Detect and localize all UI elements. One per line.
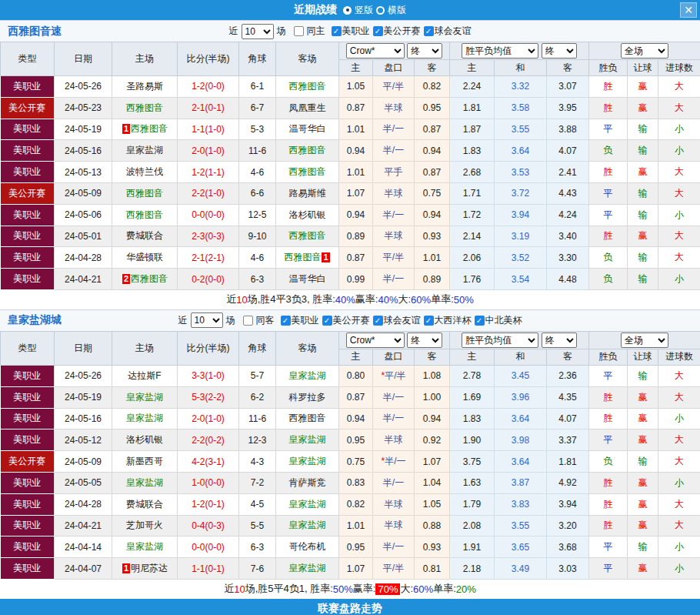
avg-away-cell: 4.48 xyxy=(547,269,589,290)
score-cell: 0-4(0-3) xyxy=(178,515,239,536)
type-cell: 美职业 xyxy=(1,365,55,386)
competition-filter-item: 美公开赛 xyxy=(373,25,421,38)
asian-result-cell: 赢 xyxy=(628,97,658,119)
avg-odds-header: 胜平负均值 终 xyxy=(450,42,589,60)
handicap-cell: *平/半 xyxy=(373,365,415,386)
away-team-cell: 皇家盐湖 xyxy=(276,365,339,386)
avg-time-select[interactable]: 终 xyxy=(542,43,577,58)
date-cell: 24-05-06 xyxy=(55,204,112,226)
table-row: 美公开赛24-05-09西雅图音2-2(1-0)6-6路易斯维1.07半球0.7… xyxy=(1,182,700,204)
match-count-select[interactable]: 10 xyxy=(191,313,223,328)
table-row: 美职业24-05-06西雅图音0-0(0-0)12-5洛杉矶银0.94半/一0.… xyxy=(1,204,700,226)
odds-home-cell: 0.87 xyxy=(339,97,373,119)
score-cell: 1-1(1-0) xyxy=(178,119,239,140)
asian-result-cell: 赢 xyxy=(628,429,658,451)
fulltime-select[interactable]: 全场 xyxy=(621,43,668,58)
competition-checkbox[interactable] xyxy=(475,316,485,326)
team-label: 西雅图音 xyxy=(131,123,168,134)
competition-checkbox[interactable] xyxy=(322,316,332,326)
handicap-cell: 平/半 xyxy=(373,558,415,580)
odds-home-cell: 1.01 xyxy=(339,162,373,183)
summary-segment: 50% xyxy=(454,294,474,306)
same-venue-checkbox[interactable] xyxy=(243,316,253,326)
avg-home-cell: 2.08 xyxy=(450,515,495,536)
home-team-cell: 皇家盐湖 xyxy=(112,472,178,493)
away-team-cell: 西雅图音 xyxy=(276,408,339,429)
goals-result-cell: 小 xyxy=(658,472,700,493)
avg-away-cell: 4.35 xyxy=(547,386,589,408)
competition-filter-item: 美职业 xyxy=(281,314,319,327)
odds-time-select[interactable]: 终 xyxy=(407,333,442,348)
summary-segment: 近 xyxy=(226,292,236,306)
goals-result-cell: 小 xyxy=(658,408,700,429)
team-label: 皇家盐湖 xyxy=(126,392,163,403)
result-cell: 胜 xyxy=(589,226,628,247)
horizontal-radio[interactable] xyxy=(376,6,385,15)
score-cell: 2-1(2-1) xyxy=(178,247,239,269)
handicap-cell: 半/一 xyxy=(373,204,415,226)
away-team-cell: 西雅图音 xyxy=(276,162,339,183)
sub-col-avg-home: 主 xyxy=(450,60,495,76)
section-header: 皇家盐湖城 近 10 场 同客 美职业美公开赛球会友谊大西洋杯中北美杯 xyxy=(0,309,700,331)
avg-odds-select[interactable]: 胜平负均值 xyxy=(462,333,538,348)
odds-away-cell: 1.04 xyxy=(415,472,450,493)
result-cell: 平 xyxy=(589,182,628,204)
goals-result-cell: 大 xyxy=(658,365,700,386)
odds-company-select[interactable]: Crow* xyxy=(346,43,405,58)
away-team-cell: 皇家盐湖 xyxy=(276,493,339,515)
competition-checkbox[interactable] xyxy=(424,316,434,326)
handicap-cell: 半/一 xyxy=(373,119,415,140)
sub-col-avg-away: 客 xyxy=(547,60,589,76)
match-count-select[interactable]: 10 xyxy=(242,24,274,39)
team-label: 西雅图音 xyxy=(289,166,326,177)
goals-result-cell: 大 xyxy=(658,76,700,98)
summary-segment: 40% xyxy=(378,294,398,306)
team-label: 西雅图音 xyxy=(131,273,168,284)
avg-away-cell: 4.92 xyxy=(547,472,589,493)
date-cell: 24-05-19 xyxy=(55,119,112,140)
goals-result-cell: 大 xyxy=(658,493,700,515)
col-home: 主场 xyxy=(112,331,178,365)
avg-home-cell: 3.75 xyxy=(450,451,495,473)
date-cell: 24-04-28 xyxy=(55,247,112,269)
vertical-radio[interactable] xyxy=(343,6,352,15)
odds-company-select[interactable]: Crow* xyxy=(346,333,405,348)
away-team-cell: 洛杉矶银 xyxy=(276,204,339,226)
competition-checkbox[interactable] xyxy=(373,316,383,326)
corner-cell: 6-3 xyxy=(239,269,276,290)
avg-home-cell: 2.68 xyxy=(450,162,495,183)
fulltime-select[interactable]: 全场 xyxy=(621,333,668,348)
team-label: 科罗拉多 xyxy=(289,392,326,403)
result-cell: 平 xyxy=(589,536,628,558)
handicap-cell: 半球 xyxy=(373,493,415,515)
team-label: 达拉斯F xyxy=(128,370,161,381)
avg-draw-cell: 3.64 xyxy=(495,140,547,162)
avg-away-cell: 3.68 xyxy=(547,536,589,558)
team-label: 皇家盐湖 xyxy=(126,541,163,552)
odds-time-select[interactable]: 终 xyxy=(407,43,442,58)
avg-odds-select[interactable]: 胜平负均值 xyxy=(462,43,538,58)
corner-cell: 4-6 xyxy=(239,247,276,269)
avg-away-cell: 2.36 xyxy=(547,365,589,386)
avg-time-select[interactable]: 终 xyxy=(542,333,577,348)
sub-col-asian: 让球 xyxy=(628,349,658,365)
competition-checkbox[interactable] xyxy=(373,26,383,36)
avg-away-cell: 4.07 xyxy=(547,140,589,162)
team-label: 哥伦布机 xyxy=(289,541,326,552)
competition-checkbox[interactable] xyxy=(332,26,342,36)
bottom-bar[interactable]: 联赛盘路走势 xyxy=(0,599,700,615)
corner-cell: 6-3 xyxy=(239,536,276,558)
summary-line: 近10场,胜4平3负3, 胜率:40% 赢率:40% 大:60% 单率:50% xyxy=(0,290,700,309)
goals-result-cell: 小 xyxy=(658,269,700,290)
competition-label: 大西洋杯 xyxy=(435,314,472,327)
same-venue-checkbox[interactable] xyxy=(294,26,304,36)
table-row: 美职业24-04-28费城联合1-2(0-1)4-5皇家盐湖0.82半球1.05… xyxy=(1,493,700,515)
competition-checkbox[interactable] xyxy=(424,26,434,36)
result-cell: 平 xyxy=(589,119,628,140)
close-icon[interactable]: ✕ xyxy=(680,2,697,18)
competition-checkbox[interactable] xyxy=(281,316,291,326)
odds-away-cell: 0.94 xyxy=(415,140,450,162)
sub-col-avg-draw: 和 xyxy=(495,60,547,76)
table-row: 美职业24-04-28华盛顿联2-1(2-1)4-6西雅图音10.87平/半1.… xyxy=(1,247,700,269)
away-team-cell: 温哥华白 xyxy=(276,119,339,140)
